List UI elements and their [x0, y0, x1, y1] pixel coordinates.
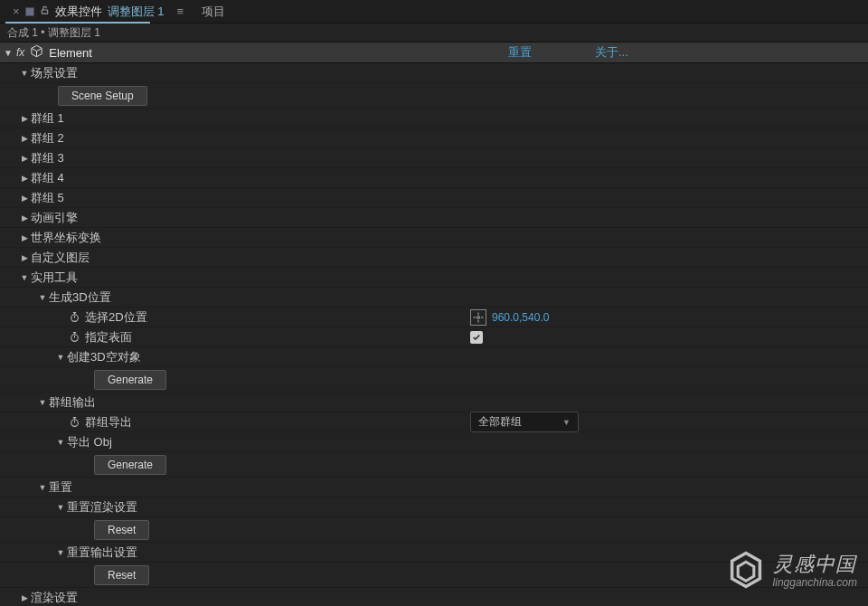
scene-setup-button[interactable]: Scene Setup [58, 86, 147, 106]
effect-reset-link[interactable]: 重置 [508, 44, 532, 61]
select-group-export[interactable]: 全部群组 ▼ [470, 412, 579, 432]
panel-tab-bar: × 效果控件 调整图层 1 ≡ 项目 [0, 0, 868, 24]
label-group-2: 群组 2 [31, 130, 64, 147]
row-generate-obj-button: Generate [0, 452, 868, 478]
active-tab-underline [5, 22, 150, 24]
generate-obj-button[interactable]: Generate [94, 455, 166, 475]
solo-toggle-icon[interactable] [25, 7, 34, 16]
label-utilities: 实用工具 [31, 270, 78, 286]
group-1[interactable]: 群组 1 [0, 109, 868, 128]
group-3[interactable]: 群组 3 [0, 148, 868, 168]
group-reset-output[interactable]: 重置输出设置 [0, 543, 868, 563]
label-world-transform: 世界坐标变换 [31, 230, 101, 246]
twirl-icon[interactable] [18, 194, 31, 203]
group-reset-render[interactable]: 重置渲染设置 [0, 497, 868, 517]
twirl-icon[interactable] [36, 398, 49, 407]
group-scene-settings[interactable]: 场景设置 [0, 63, 868, 83]
label-specify-surface: 指定表面 [85, 329, 132, 346]
twirl-icon[interactable] [54, 438, 67, 447]
tab-effect-controls[interactable]: × 效果控件 调整图层 1 [5, 0, 171, 24]
group-2[interactable]: 群组 2 [0, 128, 868, 148]
twirl-icon[interactable] [18, 273, 31, 282]
twirl-icon[interactable] [54, 503, 67, 512]
twirl-icon[interactable] [54, 548, 67, 557]
twirl-icon[interactable] [18, 69, 31, 78]
twirl-icon[interactable] [18, 134, 31, 143]
panel-menu-icon[interactable]: ≡ [176, 5, 184, 18]
group-utilities[interactable]: 实用工具 [0, 268, 868, 288]
prop-specify-surface[interactable]: 指定表面 [0, 327, 868, 347]
label-pick-2d-position: 选择2D位置 [85, 309, 147, 326]
row-generate-null-button: Generate [0, 367, 868, 393]
chevron-down-icon: ▼ [562, 418, 571, 427]
reset-render-button[interactable]: Reset [94, 520, 149, 540]
prop-group-export[interactable]: 群组导出 全部群组 ▼ [0, 412, 868, 432]
lock-icon[interactable] [40, 5, 50, 18]
effect-header[interactable]: ▼ fx Element 重置 关于... [0, 42, 868, 63]
label-scene-settings: 场景设置 [31, 65, 78, 81]
panel-title: 效果控件 [55, 4, 102, 20]
label-group-export: 群组导出 [85, 414, 132, 431]
label-generate-3d-position: 生成3D位置 [49, 289, 111, 306]
group-create-3d-null[interactable]: 创建3D空对象 [0, 347, 868, 367]
label-group-3: 群组 3 [31, 150, 64, 166]
twirl-icon[interactable] [18, 253, 31, 262]
group-export-obj[interactable]: 导出 Obj [0, 432, 868, 452]
generate-null-button[interactable]: Generate [94, 370, 166, 390]
label-group-5: 群组 5 [31, 190, 64, 206]
prop-pick-2d-position[interactable]: 选择2D位置 960.0,540.0 [0, 308, 868, 327]
group-world-transform[interactable]: 世界坐标变换 [0, 228, 868, 248]
label-group-output: 群组输出 [49, 394, 96, 411]
effect-properties-tree: 场景设置 Scene Setup 群组 1 群组 2 群组 3 群组 4 群组 … [0, 63, 868, 606]
twirl-icon[interactable] [18, 233, 31, 242]
twirl-icon[interactable] [54, 353, 67, 362]
row-reset-render-button: Reset [0, 517, 868, 543]
label-reset: 重置 [49, 479, 72, 496]
value-2d-position[interactable]: 960.0,540.0 [492, 311, 549, 324]
row-reset-output-button: Reset [0, 563, 868, 588]
twirl-icon[interactable] [18, 174, 31, 183]
fx-badge-icon[interactable]: fx [16, 46, 24, 59]
effect-about-link[interactable]: 关于... [595, 44, 628, 61]
twirl-icon[interactable] [18, 213, 31, 223]
label-group-1: 群组 1 [31, 110, 64, 127]
reset-output-button[interactable]: Reset [94, 565, 149, 585]
group-group-output[interactable]: 群组输出 [0, 393, 868, 412]
group-animation-engine[interactable]: 动画引擎 [0, 208, 868, 228]
label-export-obj: 导出 Obj [67, 434, 112, 450]
label-custom-layer: 自定义图层 [31, 250, 90, 266]
stopwatch-icon[interactable] [67, 330, 81, 345]
twirl-icon[interactable] [18, 593, 31, 602]
crosshair-picker-icon[interactable] [470, 309, 486, 326]
twirl-icon[interactable] [18, 154, 31, 163]
label-animation-engine: 动画引擎 [31, 210, 78, 226]
svg-rect-0 [42, 10, 47, 14]
select-value: 全部群组 [478, 414, 522, 430]
svg-point-2 [477, 316, 480, 318]
row-scene-setup-button: Scene Setup [0, 83, 868, 109]
group-reset[interactable]: 重置 [0, 478, 868, 497]
group-generate-3d-position[interactable]: 生成3D位置 [0, 288, 868, 308]
breadcrumb: 合成 1 • 调整图层 1 [0, 24, 868, 42]
stopwatch-icon[interactable] [67, 415, 81, 430]
twirl-icon[interactable] [36, 483, 49, 492]
cube-icon [30, 44, 43, 61]
label-render-settings: 渲染设置 [31, 590, 78, 606]
label-create-3d-null: 创建3D空对象 [67, 349, 141, 365]
effect-twirl-icon[interactable]: ▼ [4, 48, 13, 58]
checkbox-specify-surface[interactable] [470, 331, 483, 344]
label-reset-render: 重置渲染设置 [67, 499, 137, 516]
label-group-4: 群组 4 [31, 170, 64, 186]
group-render-settings[interactable]: 渲染设置 [0, 588, 868, 606]
effect-name: Element [49, 46, 92, 60]
label-reset-output: 重置输出设置 [67, 544, 137, 561]
twirl-icon[interactable] [18, 114, 31, 123]
twirl-icon[interactable] [36, 293, 49, 302]
stopwatch-icon[interactable] [67, 310, 81, 325]
group-4[interactable]: 群组 4 [0, 168, 868, 188]
group-5[interactable]: 群组 5 [0, 188, 868, 208]
group-custom-layer[interactable]: 自定义图层 [0, 248, 868, 268]
layer-name: 调整图层 1 [108, 4, 165, 20]
tab-project[interactable]: 项目 [202, 4, 225, 20]
close-icon[interactable]: × [13, 5, 20, 18]
